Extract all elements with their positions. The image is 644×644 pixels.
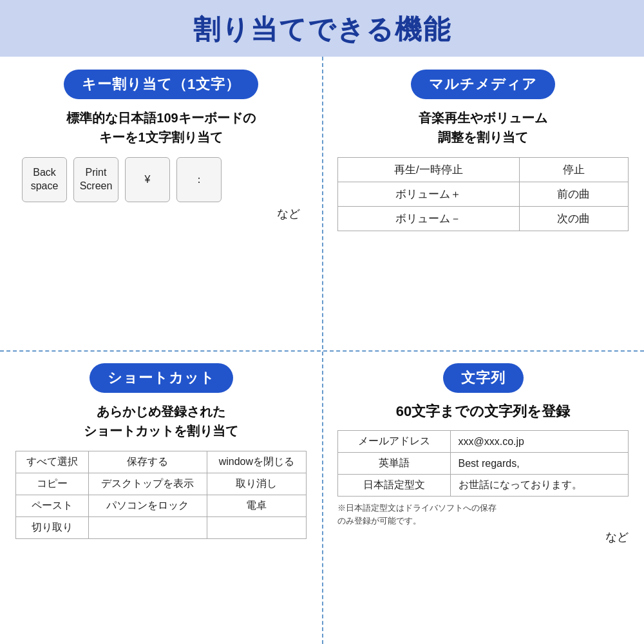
quadrant-string: 文字列 60文字までの文字列を登録 メールアドレス xxx@xxx.co.jp … bbox=[322, 350, 644, 644]
multimedia-table: 再生/一時停止 停止 ボリューム＋ 前の曲 ボリューム－ 次の曲 bbox=[337, 157, 629, 231]
quadrant-multimedia: マルチメディア 音楽再生やボリューム調整を割り当て 再生/一時停止 停止 ボリュ… bbox=[322, 57, 644, 350]
sc-cell bbox=[207, 517, 306, 539]
str-cell: Best regards, bbox=[450, 453, 628, 475]
mm-cell: 再生/一時停止 bbox=[338, 158, 520, 182]
page-title: 割り当てできる機能 bbox=[0, 12, 644, 48]
mm-cell: 停止 bbox=[519, 158, 628, 182]
mm-cell: ボリューム－ bbox=[338, 207, 520, 231]
sc-cell: 保存する bbox=[88, 451, 207, 473]
key-backspace: Backspace bbox=[22, 157, 67, 202]
key-yen: ¥ bbox=[125, 157, 170, 202]
desc-string: 60文字までの文字列を登録 bbox=[337, 402, 629, 421]
sc-cell: 切り取り bbox=[16, 517, 89, 539]
sc-cell: ペースト bbox=[16, 495, 89, 517]
sc-cell: 取り消し bbox=[207, 473, 306, 495]
nado-key: など bbox=[15, 206, 307, 222]
mm-cell: 次の曲 bbox=[519, 207, 628, 231]
sc-cell: パソコンをロック bbox=[88, 495, 207, 517]
table-row: 切り取り bbox=[16, 517, 307, 539]
desc-multimedia: 音楽再生やボリューム調整を割り当て bbox=[337, 108, 629, 147]
table-row: 英単語 Best regards, bbox=[338, 453, 629, 475]
sc-cell bbox=[88, 517, 207, 539]
key-colon: ： bbox=[176, 157, 222, 202]
mm-cell: ボリューム＋ bbox=[338, 182, 520, 207]
str-cell: お世話になっております。 bbox=[450, 475, 628, 497]
sc-cell: windowを閉じる bbox=[207, 451, 306, 473]
sc-cell: コピー bbox=[16, 473, 89, 495]
page-wrapper: 割り当てできる機能 キー割り当て（1文字） 標準的な日本語109キーボードのキー… bbox=[0, 0, 644, 644]
sc-cell: すべて選択 bbox=[16, 451, 89, 473]
shortcut-table: すべて選択 保存する windowを閉じる コピー デスクトップを表示 取り消し… bbox=[15, 451, 307, 539]
table-row: ペースト パソコンをロック 電卓 bbox=[16, 495, 307, 517]
table-row: すべて選択 保存する windowを閉じる bbox=[16, 451, 307, 473]
quadrant-key-assign: キー割り当て（1文字） 標準的な日本語109キーボードのキーを1文字割り当て B… bbox=[0, 57, 322, 350]
badge-string: 文字列 bbox=[443, 363, 524, 393]
str-cell: 英単語 bbox=[338, 453, 451, 475]
table-row: メールアドレス xxx@xxx.co.jp bbox=[338, 431, 629, 453]
str-cell: xxx@xxx.co.jp bbox=[450, 431, 628, 453]
desc-shortcut: あらかじめ登録されたショートカットを割り当て bbox=[15, 402, 307, 440]
table-row: コピー デスクトップを表示 取り消し bbox=[16, 473, 307, 495]
badge-multimedia: マルチメディア bbox=[411, 70, 555, 99]
badge-shortcut: ショートカット bbox=[90, 363, 233, 393]
quadrant-shortcut: ショートカット あらかじめ登録されたショートカットを割り当て すべて選択 保存す… bbox=[0, 350, 322, 644]
sc-cell: 電卓 bbox=[207, 495, 306, 517]
string-footnote: ※日本語定型文はドライバソフトへの保存のみ登録が可能です。 bbox=[337, 502, 497, 527]
desc-key-assign: 標準的な日本語109キーボードのキーを1文字割り当て bbox=[15, 108, 307, 147]
badge-key-assign: キー割り当て（1文字） bbox=[64, 70, 258, 99]
sc-cell: デスクトップを表示 bbox=[88, 473, 207, 495]
table-row: 日本語定型文 お世話になっております。 bbox=[338, 475, 629, 497]
str-cell: 日本語定型文 bbox=[338, 475, 451, 497]
table-row: 再生/一時停止 停止 bbox=[338, 158, 629, 182]
key-printscreen: PrintScreen bbox=[73, 157, 118, 202]
mm-cell: 前の曲 bbox=[519, 182, 628, 207]
table-row: ボリューム－ 次の曲 bbox=[338, 207, 629, 231]
table-row: ボリューム＋ 前の曲 bbox=[338, 182, 629, 207]
str-cell: メールアドレス bbox=[338, 431, 451, 453]
nado-string: など bbox=[337, 529, 629, 545]
header: 割り当てできる機能 bbox=[0, 0, 644, 57]
main-grid: キー割り当て（1文字） 標準的な日本語109キーボードのキーを1文字割り当て B… bbox=[0, 57, 644, 644]
key-row: Backspace PrintScreen ¥ ： bbox=[22, 157, 222, 202]
string-table: メールアドレス xxx@xxx.co.jp 英単語 Best regards, … bbox=[337, 430, 629, 497]
